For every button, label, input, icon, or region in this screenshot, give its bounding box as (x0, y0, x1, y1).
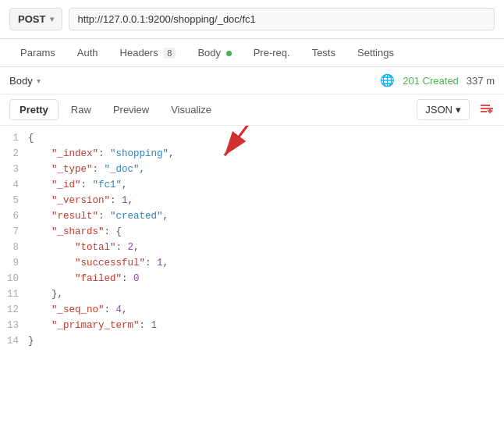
code-line: 7 "_shards": { (0, 226, 504, 241)
line-number: 5 (0, 195, 28, 206)
line-content: "result": "created", (28, 211, 504, 222)
tab-auth[interactable]: Auth (66, 39, 109, 66)
line-content: "_id": "fc1", (28, 180, 504, 190)
line-number: 8 (0, 242, 28, 253)
tab-headers[interactable]: Headers 8 (109, 39, 187, 66)
code-line: 8 "total": 2, (0, 241, 504, 257)
body-label-text: Body (9, 75, 33, 87)
body-header: Body ▾ 🌐 201 Created 337 m (0, 67, 504, 94)
line-number: 12 (0, 304, 28, 315)
line-number: 14 (0, 336, 28, 347)
code-line: 14} (0, 335, 504, 350)
body-dot (226, 51, 232, 56)
line-number: 9 (0, 258, 28, 269)
headers-badge: 8 (163, 48, 176, 59)
wrap-icon[interactable] (479, 102, 495, 118)
code-line: 6 "result": "created", (0, 210, 504, 226)
tab-settings[interactable]: Settings (346, 39, 405, 66)
code-line: 5 "_version": 1, (0, 194, 504, 210)
url-bar: POST ▾ (0, 0, 504, 39)
globe-icon: 🌐 (380, 73, 395, 87)
line-number: 6 (0, 211, 28, 222)
url-input[interactable] (69, 8, 495, 30)
status-badge: 201 Created (403, 75, 459, 87)
code-line: 4 "_id": "fc1", (0, 179, 504, 194)
response-time: 337 m (467, 75, 495, 87)
fmt-tab-raw[interactable]: Raw (62, 100, 101, 119)
code-line: 12 "_seq_no": 4, (0, 304, 504, 319)
json-label: JSON (425, 104, 453, 116)
line-number: 10 (0, 273, 28, 284)
line-content: "_version": 1, (28, 195, 504, 206)
json-chevron: ▾ (456, 104, 461, 116)
line-content: "_shards": { (28, 226, 504, 237)
method-chevron: ▾ (50, 15, 54, 23)
code-line: 10 "failed": 0 (0, 272, 504, 288)
line-number: 1 (0, 133, 28, 144)
code-area: 1{2 "_index": "shopping",3 "_type": "_do… (0, 126, 504, 429)
line-number: 13 (0, 320, 28, 331)
code-line: 13 "_primary_term": 1 (0, 319, 504, 335)
json-format-select[interactable]: JSON ▾ (417, 99, 470, 120)
code-line: 2 "_index": "shopping", (0, 148, 504, 163)
line-content: "successful": 1, (28, 258, 504, 269)
line-number: 2 (0, 148, 28, 159)
fmt-tab-preview[interactable]: Preview (104, 100, 158, 119)
tab-body[interactable]: Body (186, 39, 242, 66)
line-content: "failed": 0 (28, 273, 504, 284)
line-content: "_index": "shopping", (28, 148, 504, 159)
code-line: 9 "successful": 1, (0, 257, 504, 272)
method-label: POST (18, 13, 45, 25)
code-lines-container: 1{2 "_index": "shopping",3 "_type": "_do… (0, 132, 504, 350)
body-label[interactable]: Body ▾ (9, 75, 41, 87)
line-number: 7 (0, 226, 28, 237)
code-line: 11 }, (0, 288, 504, 304)
tab-prereq[interactable]: Pre-req. (243, 39, 301, 66)
code-line: 3 "_type": "_doc", (0, 163, 504, 179)
body-chevron: ▾ (37, 76, 41, 85)
line-number: 11 (0, 289, 28, 300)
tab-tests[interactable]: Tests (301, 39, 346, 66)
fmt-tab-visualize[interactable]: Visualize (161, 100, 221, 119)
line-number: 3 (0, 164, 28, 175)
fmt-tab-pretty[interactable]: Pretty (9, 99, 59, 120)
line-content: }, (28, 289, 504, 300)
status-area: 🌐 201 Created 337 m (380, 73, 495, 87)
line-content: } (28, 336, 504, 347)
line-content: "total": 2, (28, 242, 504, 253)
line-content: "_primary_term": 1 (28, 320, 504, 331)
line-content: "_type": "_doc", (28, 164, 504, 175)
tabs-nav: Params Auth Headers 8 Body Pre-req. Test… (0, 39, 504, 67)
line-content: "_seq_no": 4, (28, 304, 504, 315)
method-select[interactable]: POST ▾ (9, 8, 62, 30)
line-content: { (28, 133, 504, 144)
line-number: 4 (0, 180, 28, 190)
code-line: 1{ (0, 132, 504, 148)
tab-params[interactable]: Params (9, 39, 66, 66)
format-bar: Pretty Raw Preview Visualize JSON ▾ (0, 94, 504, 126)
